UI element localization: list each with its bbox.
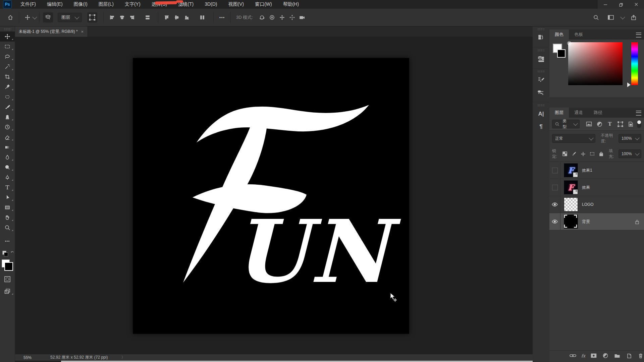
menu-item-image[interactable]: 图像(I) — [74, 1, 88, 7]
search-button[interactable] — [591, 12, 601, 22]
layers-panel-menu-icon[interactable] — [636, 111, 641, 116]
menu-item-window[interactable]: 窗口(W) — [255, 1, 272, 7]
background-color-swatch[interactable] — [4, 262, 13, 271]
tool-rectangle[interactable] — [0, 202, 15, 213]
lock-position-button[interactable] — [580, 150, 586, 158]
share-button[interactable] — [629, 12, 639, 22]
tab-swatches[interactable]: 色板 — [569, 29, 588, 40]
auto-select-target-dropdown[interactable]: 图层 — [58, 13, 82, 22]
align-horizontal-centers-button[interactable] — [117, 12, 127, 22]
tool-move[interactable] — [0, 32, 15, 42]
tool-hand[interactable] — [0, 213, 15, 223]
color-fg-bg-widget[interactable] — [553, 44, 565, 57]
tool-healing-brush[interactable] — [0, 92, 15, 102]
dock-grip[interactable] — [537, 28, 545, 30]
tool-eraser[interactable] — [0, 132, 15, 142]
threed-roll-button[interactable] — [267, 12, 277, 22]
workspace-chevron-icon[interactable] — [620, 15, 625, 19]
align-top-edges-button[interactable] — [162, 12, 172, 22]
menu-item-layer[interactable]: 图层(L) — [99, 1, 114, 7]
layer-row-effect[interactable]: F 效果 — [549, 179, 644, 196]
color-picker-marker[interactable] — [567, 41, 571, 45]
tool-magic-wand[interactable] — [0, 62, 15, 72]
dock-grip[interactable] — [537, 104, 545, 106]
menu-item-view[interactable]: 视图(V) — [228, 1, 244, 7]
tool-pen[interactable] — [0, 172, 15, 182]
home-button[interactable] — [5, 12, 15, 22]
layer-row-logo[interactable]: LOGO — [549, 196, 644, 213]
auto-select-toggle[interactable] — [43, 12, 53, 22]
align-right-edges-button[interactable] — [127, 12, 137, 22]
canvas-region[interactable]: UN — [15, 37, 533, 354]
tab-layers[interactable]: 图层 — [549, 108, 569, 118]
paragraph-panel-button[interactable]: ¶ — [534, 120, 548, 133]
quick-mask-toggle[interactable] — [0, 274, 15, 284]
foreground-background-swatches[interactable] — [2, 259, 13, 271]
fill-dropdown[interactable]: 100% — [619, 149, 641, 158]
lock-all-button[interactable] — [598, 150, 604, 158]
dock-grip[interactable] — [537, 49, 545, 51]
toolbar-grip[interactable] — [4, 28, 11, 30]
distribute-vertical-button[interactable] — [197, 12, 207, 22]
link-layers-button[interactable] — [570, 352, 576, 360]
document-tab[interactable]: 未标题-1 @ 55% (背景, RGB/8) * × — [15, 26, 88, 37]
more-align-options-button[interactable]: ••• — [217, 12, 227, 22]
hue-slider-marker[interactable] — [627, 82, 631, 87]
canvas[interactable]: UN — [133, 58, 409, 334]
tool-crop[interactable] — [0, 72, 15, 82]
delete-layer-button[interactable] — [637, 352, 644, 360]
minimize-button[interactable] — [598, 0, 613, 9]
menu-item-help[interactable]: 帮助(H) — [283, 1, 299, 7]
threed-slide-button[interactable] — [287, 12, 297, 22]
visibility-toggle[interactable] — [549, 162, 560, 179]
tool-zoom[interactable] — [0, 223, 15, 233]
brushes-panel-button[interactable] — [534, 86, 548, 99]
saturation-brightness-field[interactable] — [568, 42, 623, 85]
layer-style-fx-button[interactable]: fx — [581, 353, 585, 358]
visibility-toggle[interactable] — [549, 196, 560, 213]
tab-channels[interactable]: 通道 — [569, 108, 588, 118]
tool-path-selection[interactable] — [0, 192, 15, 202]
layer-row-background[interactable]: 背景 — [549, 213, 644, 230]
move-tool-option[interactable] — [22, 12, 33, 22]
menu-item-type[interactable]: 文字(Y) — [125, 1, 141, 7]
properties-panel-button[interactable] — [534, 53, 548, 65]
filter-pixel-layers-button[interactable] — [585, 120, 593, 128]
show-transform-controls-toggle[interactable] — [87, 12, 97, 22]
close-button[interactable] — [629, 0, 644, 9]
filter-shape-layers-button[interactable] — [616, 120, 624, 128]
move-tool-chevron[interactable] — [32, 15, 37, 19]
filter-smart-objects-button[interactable] — [627, 120, 635, 128]
tool-blur[interactable] — [0, 152, 15, 162]
layer-thumbnail[interactable] — [564, 215, 578, 229]
hue-strip[interactable] — [631, 42, 638, 85]
tool-eyedropper[interactable] — [0, 82, 15, 92]
tab-close-icon[interactable]: × — [81, 29, 84, 34]
tab-paths[interactable]: 路径 — [588, 108, 608, 118]
layer-thumbnail[interactable]: F — [564, 180, 578, 194]
layer-name[interactable]: 效果 — [582, 185, 590, 190]
align-bottom-edges-button[interactable] — [182, 12, 192, 22]
color-background-swatch[interactable] — [557, 49, 566, 58]
layer-name[interactable]: LOGO — [582, 202, 594, 207]
zoom-level-field[interactable]: 55% — [23, 355, 32, 360]
layer-thumbnail[interactable] — [564, 197, 578, 212]
align-left-edges-button[interactable] — [107, 12, 117, 22]
panel-menu-icon[interactable] — [636, 33, 641, 38]
default-swap-colors[interactable] — [2, 251, 12, 257]
tool-brush[interactable] — [0, 102, 15, 112]
layer-row-effect1[interactable]: F 效果1 — [549, 162, 644, 179]
opacity-dropdown[interactable]: 100% — [619, 134, 641, 143]
tool-rectangular-marquee[interactable] — [0, 42, 15, 52]
status-options-chevron[interactable]: 〉 — [121, 355, 125, 360]
blend-mode-dropdown[interactable]: 正常 — [552, 134, 595, 143]
tool-gradient[interactable] — [0, 142, 15, 152]
tool-clone-stamp[interactable] — [0, 112, 15, 122]
workspace-switcher-button[interactable] — [606, 12, 616, 22]
new-layer-button[interactable] — [626, 352, 632, 360]
tool-type[interactable]: T — [0, 182, 15, 192]
threed-pan-button[interactable] — [277, 12, 287, 22]
brush-settings-panel-button[interactable] — [534, 74, 548, 86]
filter-type-layers-button[interactable]: T — [606, 120, 614, 128]
align-vertical-centers-button[interactable] — [172, 12, 182, 22]
